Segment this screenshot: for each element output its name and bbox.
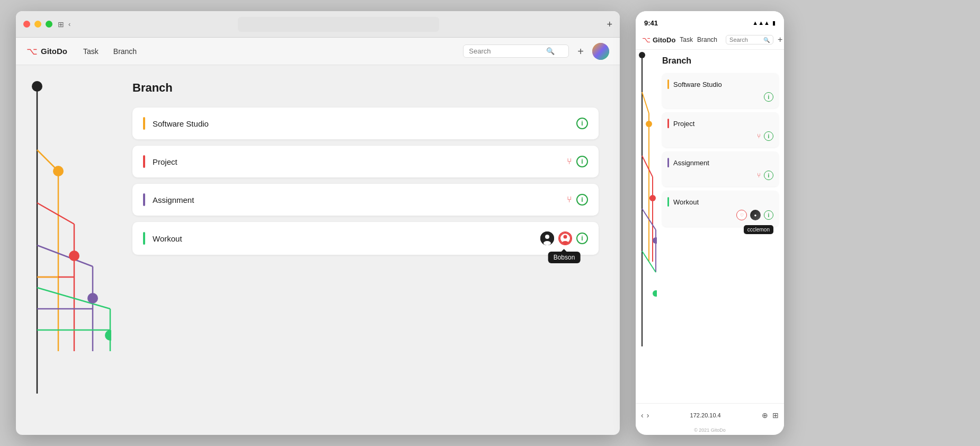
add-button[interactable]: +	[577, 46, 584, 57]
search-input[interactable]	[469, 47, 543, 55]
user-avatar-ccclemon	[558, 231, 572, 245]
mobile-search-icon: 🔍	[763, 37, 770, 43]
mobile-avatar-bobson: ●	[750, 210, 761, 220]
info-button-assignment[interactable]: i	[576, 194, 588, 206]
branch-item-software-studio[interactable]: Software Studio i	[132, 108, 599, 139]
svg-line-6	[37, 245, 93, 266]
mobile-forward-button[interactable]: ›	[647, 411, 649, 420]
info-button-workout[interactable]: i	[576, 233, 588, 244]
svg-point-14	[32, 81, 42, 92]
fork-icon-assignment: ⑂	[567, 195, 572, 204]
mobile-search-input[interactable]	[729, 37, 761, 43]
tooltip-bobson: Bobson	[548, 252, 581, 263]
mobile-git-graph	[636, 50, 657, 403]
mobile-tooltip-ccclemon: ccclemon	[744, 225, 773, 234]
mobile-git-graph-svg	[636, 50, 657, 357]
mobile-branch-row1-proj: Project	[667, 119, 773, 128]
sidebar-toggle-icon[interactable]: ⊞	[58, 20, 64, 29]
mobile-color-bar-ss	[667, 79, 669, 89]
mobile-url-bar[interactable]: 172.20.10.4	[652, 412, 759, 418]
new-tab-button[interactable]: +	[607, 20, 612, 29]
mobile-info-button-asgn[interactable]: i	[764, 171, 773, 180]
maximize-button[interactable]	[46, 21, 52, 28]
mobile-branch-row1-asgn: Assignment	[667, 158, 773, 167]
mobile-branch-name-wo: Workout	[673, 198, 699, 206]
branch-icons-workout: i Bobson	[540, 231, 588, 245]
mobile-color-bar-asgn	[667, 158, 669, 167]
mobile-info-button-wo[interactable]: i	[764, 210, 773, 220]
svg-point-0	[592, 43, 609, 60]
nav-branch[interactable]: Branch	[110, 45, 140, 58]
svg-point-35	[646, 121, 652, 127]
svg-point-34	[639, 52, 645, 58]
mobile-branch-item-workout[interactable]: Workout ♡ ● i ccclemon	[662, 191, 779, 227]
mobile-branch-item-project[interactable]: Project ⑂ i	[662, 112, 779, 147]
mobile-color-bar-proj	[667, 119, 669, 128]
branch-item-project[interactable]: Project ⑂ i	[132, 146, 599, 177]
tab-strip[interactable]	[238, 17, 439, 32]
mobile-branch-name-asgn: Assignment	[673, 159, 709, 167]
mobile-branch-name-proj: Project	[673, 120, 694, 128]
avatar[interactable]	[592, 43, 609, 60]
search-box[interactable]: 🔍	[463, 44, 569, 58]
info-button-software-studio[interactable]: i	[576, 118, 588, 129]
branch-list-area: Branch Software Studio i Project ⑂ i	[111, 65, 620, 435]
svg-point-17	[87, 293, 98, 304]
mobile-info-button-ss[interactable]: i	[764, 92, 773, 102]
branch-item-assignment[interactable]: Assignment ⑂ i	[132, 184, 599, 216]
title-bar: ⊞ ‹ +	[16, 11, 620, 38]
mobile-fork-icon-asgn: ⑂	[757, 172, 761, 179]
mobile-share-icon[interactable]: ⊕	[762, 411, 768, 420]
mobile-back-button[interactable]: ‹	[641, 411, 644, 420]
mobile-status-bar: 9:41 ▲▲▲ ▮	[636, 11, 784, 30]
mobile-branch-item-assignment[interactable]: Assignment ⑂ i	[662, 151, 779, 186]
battery-icon: ▮	[772, 20, 776, 26]
mobile-branch-row2-proj: ⑂ i	[667, 131, 773, 141]
svg-point-36	[649, 195, 656, 201]
mobile-search-box[interactable]: 🔍	[726, 35, 773, 44]
mobile-time: 9:41	[644, 19, 658, 27]
branch-item-workout[interactable]: Workout	[132, 222, 599, 255]
branch-icons-assignment: ⑂ i	[567, 194, 588, 206]
svg-line-4	[37, 203, 74, 224]
mobile-nav: ⌥ GitoDo Task Branch 🔍 +	[636, 30, 784, 50]
mobile-branch-area: Branch Software Studio i Project ⑂	[657, 50, 784, 403]
user-avatar-bobson	[540, 231, 554, 245]
mobile-nav-task[interactable]: Task	[680, 36, 693, 43]
fork-icon-project: ⑂	[567, 157, 572, 166]
mobile-window: 9:41 ▲▲▲ ▮ ⌥ GitoDo Task Branch 🔍 +	[636, 11, 784, 435]
svg-point-15	[53, 166, 64, 176]
logo-area: ⌥ GitoDo	[26, 46, 67, 57]
chevron-left-icon[interactable]: ‹	[68, 20, 70, 28]
branch-name-software-studio: Software Studio	[153, 119, 576, 128]
mobile-branch-item-software-studio[interactable]: Software Studio i	[662, 73, 779, 108]
logo-icon: ⌥	[26, 46, 38, 57]
svg-line-27	[642, 92, 649, 113]
mobile-add-button[interactable]: +	[778, 35, 782, 44]
svg-point-21	[544, 241, 551, 245]
mobile-copyright: © 2021 GitoDo	[636, 426, 784, 435]
mobile-branch-row1-ss: Software Studio	[667, 79, 773, 89]
svg-point-24	[562, 241, 568, 244]
mobile-nav-branch[interactable]: Branch	[697, 36, 717, 43]
mobile-tabs-icon[interactable]: ⊞	[772, 411, 779, 420]
branch-name-assignment: Assignment	[153, 195, 567, 204]
nav-task[interactable]: Task	[80, 45, 102, 58]
svg-point-16	[69, 251, 79, 261]
mobile-bottom-bar: ‹ › 172.20.10.4 ⊕ ⊞	[636, 403, 784, 426]
branch-icons-software-studio: i	[576, 118, 588, 129]
branch-name-project: Project	[153, 157, 567, 166]
minimize-button[interactable]	[34, 21, 41, 28]
mobile-page-title: Branch	[662, 56, 779, 66]
svg-point-37	[653, 237, 657, 244]
close-button[interactable]	[23, 21, 30, 28]
tab-bar-area	[76, 17, 601, 32]
branch-color-indicator	[143, 117, 145, 130]
title-bar-icons: ⊞ ‹	[58, 20, 70, 29]
info-button-project[interactable]: i	[576, 156, 588, 167]
mobile-logo-area: ⌥ GitoDo	[642, 35, 675, 44]
mobile-info-button-proj[interactable]: i	[764, 131, 773, 141]
mobile-color-bar-wo	[667, 197, 669, 207]
svg-point-18	[105, 330, 111, 341]
page-title: Branch	[132, 81, 599, 95]
